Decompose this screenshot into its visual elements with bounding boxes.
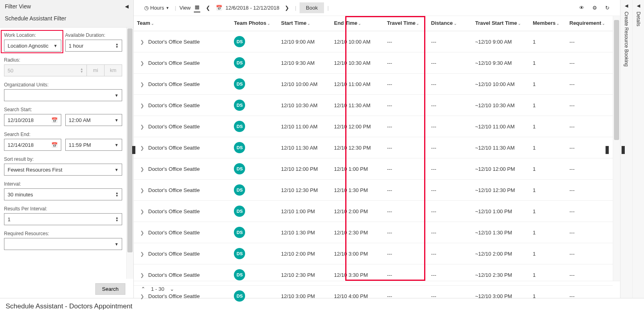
distance: --- bbox=[428, 116, 472, 137]
results-per-interval-stepper[interactable]: 1 ▲▼ bbox=[4, 213, 122, 225]
chevron-down-icon: ▼ bbox=[115, 168, 119, 172]
radius-unit-km: km bbox=[105, 64, 122, 76]
avatar: DS bbox=[234, 121, 245, 132]
column-header[interactable]: Start Time⌄ bbox=[278, 16, 331, 31]
expand-chevron-icon[interactable]: ❯ bbox=[140, 103, 144, 108]
column-header[interactable]: Travel Start Time⌄ bbox=[472, 16, 529, 31]
visibility-icon[interactable]: 👁 bbox=[577, 3, 587, 12]
column-header[interactable]: Requirement⌄ bbox=[566, 16, 613, 31]
create-resource-booking-label: Create Resource Booking bbox=[624, 10, 629, 66]
calendar-icon[interactable]: 📅 bbox=[216, 5, 222, 11]
book-button[interactable]: Book bbox=[300, 2, 324, 13]
expand-chevron-icon[interactable]: ❯ bbox=[140, 272, 144, 278]
members: 1 bbox=[529, 243, 566, 264]
table-row[interactable]: ❯Doctor's Office SeattleDS12/10 12:30 PM… bbox=[134, 180, 613, 201]
search-button[interactable]: Search bbox=[95, 283, 125, 295]
hours-dropdown[interactable]: ◷ Hours ▼ bbox=[142, 3, 172, 12]
end-time: 12/10 10:00 AM bbox=[331, 31, 384, 52]
expand-chevron-icon[interactable]: ❯ bbox=[140, 82, 144, 87]
table-row[interactable]: ❯Doctor's Office SeattleDS12/10 11:30 AM… bbox=[134, 137, 613, 158]
table-row[interactable]: ❯Doctor's Office SeattleDS12/10 10:00 AM… bbox=[134, 74, 613, 95]
expand-chevron-icon[interactable]: ❯ bbox=[140, 188, 144, 193]
splitter-handle-right[interactable] bbox=[606, 146, 609, 154]
expand-chevron-icon[interactable]: ❯ bbox=[140, 294, 144, 299]
avatar: DS bbox=[234, 142, 245, 153]
search-end-time[interactable]: 11:59 PM ▼ bbox=[65, 139, 123, 151]
prev-date-button[interactable]: ❮ bbox=[203, 3, 213, 12]
splitter-handle-left[interactable] bbox=[132, 146, 135, 154]
search-start-date[interactable]: 12/10/2018 📅 bbox=[4, 114, 61, 126]
column-header[interactable]: End Time⌄ bbox=[331, 16, 384, 31]
members: 1 bbox=[529, 180, 566, 201]
table-row[interactable]: ❯Doctor's Office SeattleDS12/10 11:00 AM… bbox=[134, 116, 613, 137]
collapse-filter-icon[interactable]: ◀ bbox=[125, 4, 129, 9]
table-row[interactable]: ❯Doctor's Office SeattleDS12/10 1:00 PM1… bbox=[134, 201, 613, 222]
org-units-dropdown[interactable]: ▼ bbox=[4, 89, 122, 101]
distance: --- bbox=[428, 31, 472, 52]
next-date-button[interactable]: ❯ bbox=[282, 3, 292, 12]
details-panel[interactable]: ◀ Details bbox=[632, 0, 644, 298]
distance: --- bbox=[428, 222, 472, 243]
table-row[interactable]: ❯Doctor's Office SeattleDS12/10 1:30 PM1… bbox=[134, 222, 613, 243]
expand-chevron-icon[interactable]: ❯ bbox=[140, 60, 144, 66]
distance: --- bbox=[428, 264, 472, 286]
column-header[interactable]: Members⌄ bbox=[529, 16, 566, 31]
table-row[interactable]: ❯Doctor's Office SeattleDS12/10 9:00 AM1… bbox=[134, 31, 613, 52]
expand-chevron-icon[interactable]: ❯ bbox=[140, 209, 144, 214]
start-time: 12/10 3:00 PM bbox=[278, 286, 331, 307]
members: 1 bbox=[529, 158, 566, 180]
expand-chevron-icon[interactable]: ❯ bbox=[140, 230, 144, 236]
expand-chevron-icon[interactable]: ❯ bbox=[140, 124, 144, 130]
search-end-date[interactable]: 12/14/2018 📅 bbox=[4, 139, 61, 151]
table-row[interactable]: ❯Doctor's Office SeattleDS12/10 10:30 AM… bbox=[134, 95, 613, 116]
table-row[interactable]: ❯Doctor's Office SeattleDS12/10 12:00 PM… bbox=[134, 158, 613, 180]
members: 1 bbox=[529, 264, 566, 286]
travel-start-time: ~12/10 1:00 PM bbox=[472, 201, 529, 222]
start-time: 12/10 1:00 PM bbox=[278, 201, 331, 222]
table-row[interactable]: ❯Doctor's Office SeattleDS12/10 9:30 AM1… bbox=[134, 52, 613, 74]
expand-chevron-icon[interactable]: ❯ bbox=[140, 39, 144, 45]
sort-by-dropdown[interactable]: Fewest Resources First ▼ bbox=[4, 164, 122, 176]
column-header-label: Start Time bbox=[281, 20, 306, 26]
radius-label: Radius: bbox=[4, 57, 122, 63]
grid-view-icon[interactable]: ▦ bbox=[194, 3, 200, 12]
team-name: Doctor's Office Seattle bbox=[148, 145, 200, 151]
chevron-down-icon: ▼ bbox=[115, 143, 119, 147]
work-location-dropdown[interactable]: Location Agnostic ▼ bbox=[4, 40, 61, 52]
radius-unit-mi: mi bbox=[87, 64, 105, 76]
schedule-toolbar: ◷ Hours ▼ | View ▦ ❮ 📅 12/6/2018 - 12/12… bbox=[134, 0, 620, 16]
filter-panel: Filter View ◀ Schedule Assistant Filter … bbox=[0, 0, 134, 298]
column-header[interactable]: Travel Time⌄ bbox=[384, 16, 428, 31]
avatar: DS bbox=[234, 269, 245, 280]
separator: | bbox=[327, 5, 328, 11]
requirement: --- bbox=[566, 116, 613, 137]
requirement: --- bbox=[566, 286, 613, 307]
available-duration-label: Available Duration: bbox=[65, 32, 123, 38]
requirement: --- bbox=[566, 201, 613, 222]
filter-view-title: Filter View bbox=[5, 3, 31, 10]
interval-stepper[interactable]: 30 minutes ▲▼ bbox=[4, 188, 122, 200]
table-row[interactable]: ❯Doctor's Office SeattleDS12/10 2:00 PM1… bbox=[134, 243, 613, 264]
travel-time: --- bbox=[384, 222, 428, 243]
expand-chevron-icon[interactable]: ❯ bbox=[140, 145, 144, 151]
column-header[interactable]: Team⌄ bbox=[134, 16, 231, 31]
expand-chevron-icon[interactable]: ❯ bbox=[140, 166, 144, 172]
travel-time: --- bbox=[384, 31, 428, 52]
gear-icon[interactable]: ⚙ bbox=[590, 3, 600, 12]
end-time: 12/10 10:30 AM bbox=[331, 52, 384, 74]
search-start-time[interactable]: 12:00 AM ▼ bbox=[65, 114, 123, 126]
required-resources-dropdown[interactable]: ▼ bbox=[4, 238, 122, 250]
expand-chevron-icon[interactable]: ❯ bbox=[140, 251, 144, 257]
travel-start-time: ~12/10 9:30 AM bbox=[472, 52, 529, 74]
team-name: Doctor's Office Seattle bbox=[148, 187, 200, 193]
table-row[interactable]: ❯Doctor's Office SeattleDS12/10 2:30 PM1… bbox=[134, 264, 613, 286]
chevron-left-icon: ◀ bbox=[637, 3, 640, 8]
column-header[interactable]: Team Photos⌄ bbox=[231, 16, 278, 31]
refresh-icon[interactable]: ↻ bbox=[603, 3, 612, 12]
hours-label: Hours bbox=[150, 5, 164, 11]
sort-caret-icon: ⌄ bbox=[151, 22, 154, 26]
table-row[interactable]: ❯Doctor's Office SeattleDS12/10 3:00 PM1… bbox=[134, 286, 613, 307]
available-duration-stepper[interactable]: 1 hour ▲▼ bbox=[65, 40, 123, 52]
grid-scrollbar[interactable] bbox=[613, 16, 620, 281]
column-header[interactable]: Distance⌄ bbox=[428, 16, 472, 31]
